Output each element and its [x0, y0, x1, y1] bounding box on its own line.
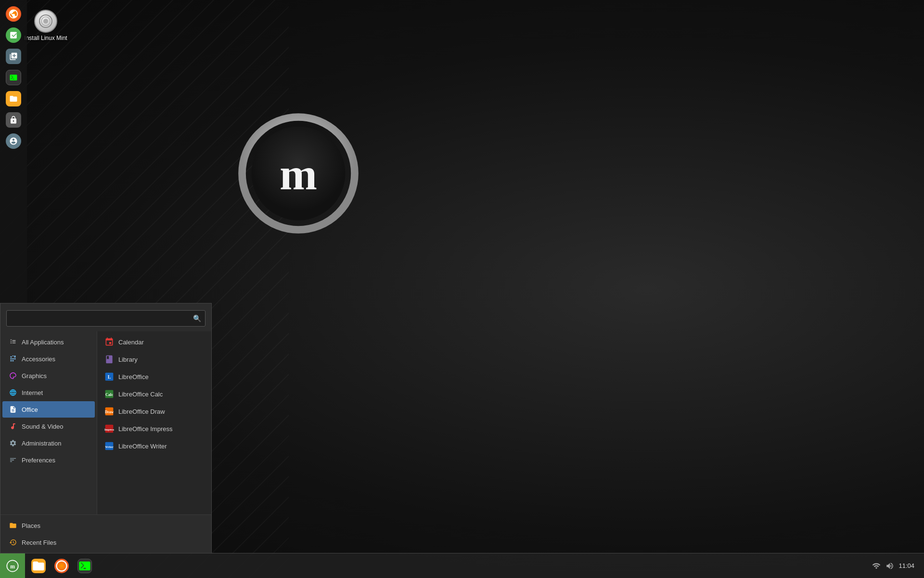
- taskbar-terminal-icon: [77, 559, 92, 573]
- sidebar-icon-grub[interactable]: [3, 131, 24, 151]
- taskbar-time: 11:04: [898, 562, 918, 569]
- internet-icon: [8, 388, 18, 397]
- graphics-icon: [8, 371, 18, 381]
- menu-item-sound-video[interactable]: Sound & Video: [2, 418, 95, 434]
- taskbar-tray: 11:04: [866, 561, 924, 571]
- svg-text:Calc: Calc: [105, 393, 113, 397]
- graphics-label: Graphics: [22, 372, 47, 380]
- svg-text:Writer: Writer: [105, 446, 113, 448]
- library-app-icon: [104, 354, 115, 365]
- taskbar: m: [0, 553, 924, 578]
- app-item-library[interactable]: Library: [97, 351, 211, 368]
- libreoffice-draw-app-icon: Draw: [104, 406, 115, 417]
- taskbar-app-firefox[interactable]: [51, 555, 73, 577]
- menu-item-preferences[interactable]: Preferences: [2, 452, 95, 468]
- sound-video-icon: [8, 421, 18, 431]
- taskbar-apps: [25, 553, 866, 578]
- menu-item-internet[interactable]: Internet: [2, 384, 95, 401]
- tray-network-icon[interactable]: [872, 561, 881, 571]
- app-item-libreoffice-writer[interactable]: Writer LibreOffice Writer: [97, 437, 211, 455]
- app-item-libreoffice[interactable]: L LibreOffice: [97, 368, 211, 385]
- lock-icon: [6, 112, 21, 128]
- places-icon: [8, 521, 18, 530]
- all-applications-icon: [8, 337, 18, 347]
- search-icon: 🔍: [193, 315, 201, 322]
- search-bar: 🔍: [0, 303, 211, 331]
- svg-point-4: [43, 19, 48, 24]
- app-item-libreoffice-draw[interactable]: Draw LibreOffice Draw: [97, 403, 211, 420]
- sidebar-icon-files[interactable]: [3, 89, 24, 109]
- menu-item-places[interactable]: Places: [2, 517, 209, 534]
- sidebar-icon-terminal[interactable]: [3, 67, 24, 88]
- places-label: Places: [22, 522, 40, 529]
- libreoffice-impress-app-icon: Impress: [104, 423, 115, 434]
- svg-text:L: L: [108, 374, 111, 380]
- svg-text:Impress: Impress: [104, 428, 114, 431]
- menu-categories: All Applications Accessories: [0, 331, 97, 514]
- sidebar-icon-update-manager[interactable]: [3, 25, 24, 45]
- recent-files-icon: [8, 538, 18, 547]
- search-input-wrap: 🔍: [6, 310, 205, 327]
- sidebar-icon-lock[interactable]: [3, 110, 24, 130]
- all-applications-label: All Applications: [22, 339, 64, 346]
- menu-item-all-applications[interactable]: All Applications: [2, 334, 95, 350]
- start-menu: 🔍 All Applications: [0, 303, 212, 553]
- calendar-app-label: Calendar: [118, 339, 144, 346]
- administration-label: Administration: [22, 440, 61, 447]
- sound-video-label: Sound & Video: [22, 423, 64, 430]
- menu-item-office[interactable]: Office: [2, 401, 95, 418]
- libreoffice-app-label: LibreOffice: [118, 373, 149, 381]
- taskbar-firefox-icon: [54, 559, 69, 573]
- menu-item-recent-files[interactable]: Recent Files: [2, 534, 209, 551]
- libreoffice-calc-app-icon: Calc: [104, 389, 115, 399]
- app-item-libreoffice-calc[interactable]: Calc LibreOffice Calc: [97, 385, 211, 403]
- accessories-label: Accessories: [22, 355, 55, 363]
- app-item-libreoffice-impress[interactable]: Impress LibreOffice Impress: [97, 420, 211, 437]
- libreoffice-writer-app-icon: Writer: [104, 441, 115, 451]
- desktop: m Install Linux Mint: [0, 0, 924, 578]
- recent-files-label: Recent Files: [22, 539, 56, 546]
- taskbar-start-button[interactable]: m: [0, 553, 25, 578]
- files-icon: [6, 91, 21, 106]
- taskbar-app-terminal[interactable]: [74, 555, 96, 577]
- tray-volume-icon[interactable]: [885, 561, 895, 571]
- administration-icon: [8, 438, 18, 448]
- libreoffice-impress-app-label: LibreOffice Impress: [118, 425, 172, 433]
- accessories-icon: [8, 354, 18, 364]
- libreoffice-draw-app-label: LibreOffice Draw: [118, 408, 165, 415]
- libreoffice-app-icon: L: [104, 371, 115, 382]
- update-manager-icon: [6, 27, 21, 43]
- terminal-icon: [6, 70, 21, 85]
- preferences-label: Preferences: [22, 457, 55, 464]
- libreoffice-calc-app-label: LibreOffice Calc: [118, 391, 163, 398]
- grub-icon: [6, 133, 21, 149]
- preferences-icon: [8, 455, 18, 465]
- library-app-label: Library: [118, 356, 138, 363]
- libreoffice-writer-app-label: LibreOffice Writer: [118, 443, 167, 450]
- menu-item-graphics[interactable]: Graphics: [2, 368, 95, 384]
- search-input[interactable]: [11, 311, 193, 326]
- taskbar-files-icon: [31, 559, 46, 573]
- sidebar-icon-timeshift[interactable]: [3, 46, 24, 66]
- menu-bottom: Places Recent Files: [0, 514, 211, 553]
- sidebar-icon-firefox[interactable]: [3, 4, 24, 24]
- menu-item-accessories[interactable]: Accessories: [2, 351, 95, 367]
- svg-text:m: m: [10, 563, 15, 569]
- menu-apps: Calendar Library L: [97, 331, 211, 514]
- install-icon-label: Install Linux Mint: [24, 35, 67, 41]
- menu-item-administration[interactable]: Administration: [2, 435, 95, 451]
- menu-content: All Applications Accessories: [0, 331, 211, 514]
- taskbar-app-files[interactable]: [27, 555, 50, 577]
- install-linux-mint-icon[interactable]: Install Linux Mint: [24, 10, 67, 41]
- app-item-calendar[interactable]: Calendar: [97, 333, 211, 351]
- svg-text:Draw: Draw: [105, 410, 114, 414]
- mint-logo: m: [231, 106, 366, 241]
- calendar-app-icon: [104, 337, 115, 347]
- svg-text:m: m: [280, 149, 317, 199]
- install-icon-image: [34, 10, 57, 33]
- internet-label: Internet: [22, 389, 43, 396]
- timeshift-icon: [6, 49, 21, 64]
- office-label: Office: [22, 406, 38, 413]
- office-icon: [8, 405, 18, 414]
- firefox-icon: [6, 6, 21, 22]
